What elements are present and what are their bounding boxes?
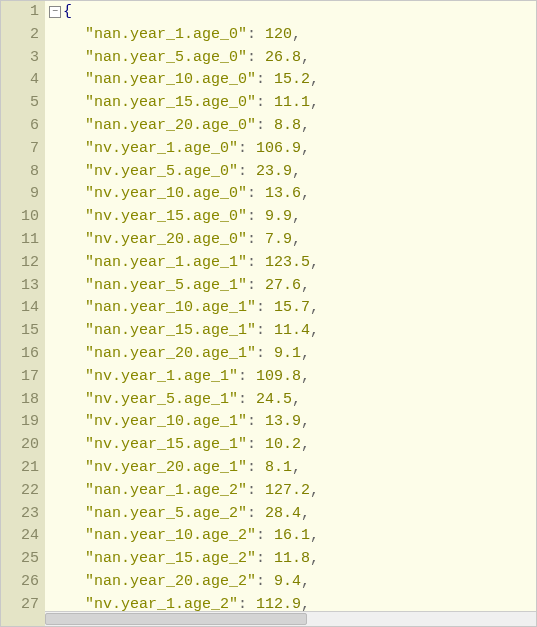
line-number: 21 bbox=[1, 457, 39, 480]
colon: : bbox=[256, 322, 274, 339]
code-line[interactable]: "nan.year_10.age_0": 15.2, bbox=[45, 69, 536, 92]
comma: , bbox=[292, 163, 301, 180]
line-number: 26 bbox=[1, 571, 39, 594]
json-key: "nan.year_20.age_1" bbox=[85, 345, 256, 362]
json-value: 24.5 bbox=[256, 391, 292, 408]
indent bbox=[49, 436, 85, 453]
code-line[interactable]: "nan.year_15.age_1": 11.4, bbox=[45, 320, 536, 343]
fold-toggle-icon[interactable]: − bbox=[49, 6, 61, 18]
code-line[interactable]: "nan.year_20.age_2": 9.4, bbox=[45, 571, 536, 594]
indent bbox=[49, 505, 85, 522]
code-line[interactable]: "nv.year_15.age_0": 9.9, bbox=[45, 206, 536, 229]
json-value: 127.2 bbox=[265, 482, 310, 499]
json-value: 109.8 bbox=[256, 368, 301, 385]
code-line[interactable]: "nan.year_5.age_2": 28.4, bbox=[45, 503, 536, 526]
code-area[interactable]: −{ "nan.year_1.age_0": 120, "nan.year_5.… bbox=[45, 1, 536, 626]
comma: , bbox=[292, 459, 301, 476]
json-key: "nv.year_20.age_0" bbox=[85, 231, 247, 248]
indent bbox=[49, 322, 85, 339]
colon: : bbox=[247, 49, 265, 66]
colon: : bbox=[247, 231, 265, 248]
indent bbox=[49, 299, 85, 316]
json-value: 13.9 bbox=[265, 413, 301, 430]
json-key: "nan.year_1.age_0" bbox=[85, 26, 247, 43]
json-value: 23.9 bbox=[256, 163, 292, 180]
json-key: "nan.year_15.age_0" bbox=[85, 94, 256, 111]
comma: , bbox=[301, 49, 310, 66]
json-value: 7.9 bbox=[265, 231, 292, 248]
json-value: 8.8 bbox=[274, 117, 301, 134]
line-number: 3 bbox=[1, 47, 39, 70]
line-number: 4 bbox=[1, 69, 39, 92]
code-line[interactable]: "nan.year_15.age_2": 11.8, bbox=[45, 548, 536, 571]
indent bbox=[49, 163, 85, 180]
indent bbox=[49, 527, 85, 544]
line-number: 16 bbox=[1, 343, 39, 366]
json-key: "nan.year_5.age_0" bbox=[85, 49, 247, 66]
code-line[interactable]: "nv.year_15.age_1": 10.2, bbox=[45, 434, 536, 457]
line-number: 10 bbox=[1, 206, 39, 229]
line-number: 18 bbox=[1, 389, 39, 412]
line-number-gutter: 1234567891011121314151617181920212223242… bbox=[1, 1, 45, 626]
comma: , bbox=[310, 299, 319, 316]
line-number: 7 bbox=[1, 138, 39, 161]
colon: : bbox=[247, 26, 265, 43]
json-key: "nan.year_20.age_0" bbox=[85, 117, 256, 134]
code-line[interactable]: "nv.year_10.age_0": 13.6, bbox=[45, 183, 536, 206]
line-number: 17 bbox=[1, 366, 39, 389]
json-value: 11.1 bbox=[274, 94, 310, 111]
code-line[interactable]: "nv.year_5.age_1": 24.5, bbox=[45, 389, 536, 412]
scrollbar-thumb[interactable] bbox=[45, 613, 307, 625]
code-line[interactable]: "nv.year_5.age_0": 23.9, bbox=[45, 161, 536, 184]
line-number: 15 bbox=[1, 320, 39, 343]
colon: : bbox=[256, 117, 274, 134]
colon: : bbox=[247, 185, 265, 202]
line-number: 19 bbox=[1, 411, 39, 434]
comma: , bbox=[301, 117, 310, 134]
json-key: "nv.year_20.age_1" bbox=[85, 459, 247, 476]
line-number: 6 bbox=[1, 115, 39, 138]
comma: , bbox=[292, 26, 301, 43]
code-line[interactable]: "nv.year_1.age_0": 106.9, bbox=[45, 138, 536, 161]
line-number: 24 bbox=[1, 525, 39, 548]
line-number: 27 bbox=[1, 594, 39, 617]
colon: : bbox=[256, 550, 274, 567]
json-key: "nan.year_1.age_1" bbox=[85, 254, 247, 271]
line-number: 20 bbox=[1, 434, 39, 457]
code-line[interactable]: "nan.year_15.age_0": 11.1, bbox=[45, 92, 536, 115]
code-line[interactable]: "nan.year_20.age_1": 9.1, bbox=[45, 343, 536, 366]
json-key: "nan.year_20.age_2" bbox=[85, 573, 256, 590]
code-line[interactable]: "nan.year_1.age_2": 127.2, bbox=[45, 480, 536, 503]
code-line[interactable]: "nan.year_10.age_2": 16.1, bbox=[45, 525, 536, 548]
code-line[interactable]: "nan.year_20.age_0": 8.8, bbox=[45, 115, 536, 138]
json-key: "nv.year_10.age_1" bbox=[85, 413, 247, 430]
code-line[interactable]: −{ bbox=[45, 1, 536, 24]
json-value: 16.1 bbox=[274, 527, 310, 544]
colon: : bbox=[247, 254, 265, 271]
code-line[interactable]: "nan.year_1.age_1": 123.5, bbox=[45, 252, 536, 275]
colon: : bbox=[247, 505, 265, 522]
indent bbox=[49, 94, 85, 111]
indent bbox=[49, 413, 85, 430]
indent bbox=[49, 368, 85, 385]
indent bbox=[49, 277, 85, 294]
json-key: "nan.year_10.age_0" bbox=[85, 71, 256, 88]
code-line[interactable]: "nan.year_10.age_1": 15.7, bbox=[45, 297, 536, 320]
code-line[interactable]: "nan.year_5.age_0": 26.8, bbox=[45, 47, 536, 70]
json-value: 15.7 bbox=[274, 299, 310, 316]
indent bbox=[49, 140, 85, 157]
json-value: 28.4 bbox=[265, 505, 301, 522]
code-line[interactable]: "nv.year_20.age_1": 8.1, bbox=[45, 457, 536, 480]
code-line[interactable]: "nan.year_1.age_0": 120, bbox=[45, 24, 536, 47]
json-value: 11.8 bbox=[274, 550, 310, 567]
horizontal-scrollbar[interactable] bbox=[45, 611, 536, 626]
code-line[interactable]: "nv.year_20.age_0": 7.9, bbox=[45, 229, 536, 252]
json-key: "nv.year_10.age_0" bbox=[85, 185, 247, 202]
json-key: "nan.year_5.age_1" bbox=[85, 277, 247, 294]
code-line[interactable]: "nv.year_1.age_1": 109.8, bbox=[45, 366, 536, 389]
code-line[interactable]: "nan.year_5.age_1": 27.6, bbox=[45, 275, 536, 298]
comma: , bbox=[310, 94, 319, 111]
json-key: "nan.year_10.age_1" bbox=[85, 299, 256, 316]
code-editor[interactable]: 1234567891011121314151617181920212223242… bbox=[0, 0, 537, 627]
code-line[interactable]: "nv.year_10.age_1": 13.9, bbox=[45, 411, 536, 434]
